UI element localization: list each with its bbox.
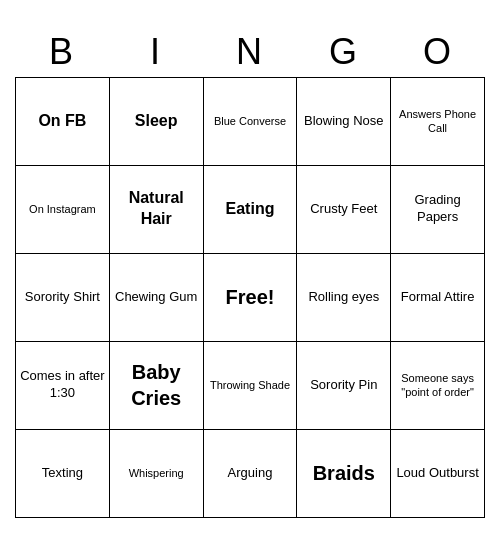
bingo-cell: Rolling eyes <box>297 254 391 342</box>
header-letter: O <box>391 27 485 77</box>
bingo-cell: Braids <box>297 430 391 518</box>
bingo-cell: Arguing <box>204 430 298 518</box>
bingo-cell: On Instagram <box>16 166 110 254</box>
bingo-cell: Whispering <box>110 430 204 518</box>
bingo-grid: On FBSleepBlue ConverseBlowing NoseAnswe… <box>15 77 485 518</box>
bingo-cell: Blowing Nose <box>297 78 391 166</box>
bingo-cell: Comes in after 1:30 <box>16 342 110 430</box>
header-letter: I <box>109 27 203 77</box>
bingo-cell: Sleep <box>110 78 204 166</box>
header-letter: B <box>15 27 109 77</box>
bingo-cell: Sorority Pin <box>297 342 391 430</box>
bingo-cell: Grading Papers <box>391 166 485 254</box>
bingo-cell: On FB <box>16 78 110 166</box>
bingo-cell: Sorority Shirt <box>16 254 110 342</box>
bingo-cell: Formal Attire <box>391 254 485 342</box>
header-letter: G <box>297 27 391 77</box>
bingo-cell: Blue Converse <box>204 78 298 166</box>
bingo-header: BINGO <box>15 27 485 77</box>
bingo-cell: Natural Hair <box>110 166 204 254</box>
bingo-cell: Loud Outburst <box>391 430 485 518</box>
bingo-cell: Throwing Shade <box>204 342 298 430</box>
bingo-cell: Texting <box>16 430 110 518</box>
bingo-cell: Crusty Feet <box>297 166 391 254</box>
header-letter: N <box>203 27 297 77</box>
bingo-cell: Baby Cries <box>110 342 204 430</box>
bingo-cell: Someone says "point of order" <box>391 342 485 430</box>
bingo-cell: Free! <box>204 254 298 342</box>
bingo-cell: Eating <box>204 166 298 254</box>
bingo-cell: Chewing Gum <box>110 254 204 342</box>
bingo-card: BINGO On FBSleepBlue ConverseBlowing Nos… <box>15 27 485 518</box>
bingo-cell: Answers Phone Call <box>391 78 485 166</box>
